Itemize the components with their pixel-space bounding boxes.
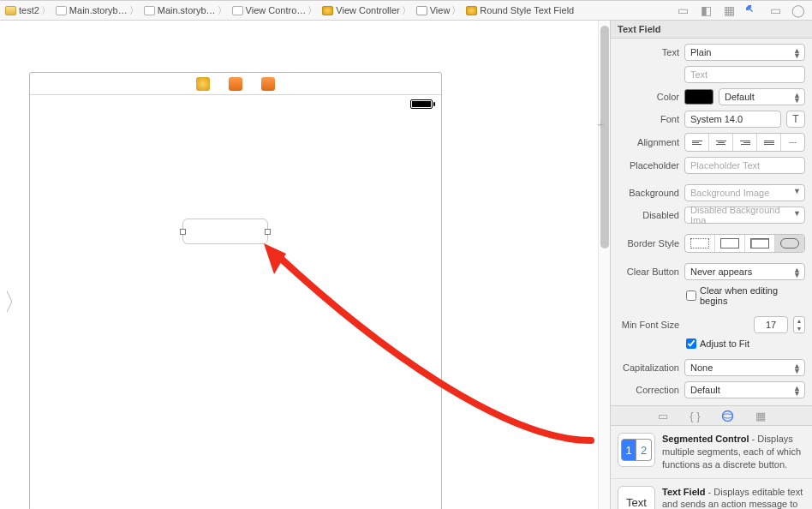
align-right[interactable] bbox=[733, 134, 757, 151]
expand-outline-arrow-icon[interactable]: 〉 bbox=[3, 286, 27, 319]
file-template-library-tab[interactable]: ▭ bbox=[656, 409, 670, 422]
view-controller-scene[interactable] bbox=[29, 72, 442, 509]
align-left[interactable] bbox=[685, 134, 709, 151]
border-rounded[interactable] bbox=[775, 235, 804, 252]
alignment-segmented[interactable]: --- bbox=[684, 133, 805, 152]
resize-handle-left[interactable] bbox=[180, 229, 186, 235]
size-inspector-tab[interactable]: ▭ bbox=[768, 3, 782, 17]
attributes-inspector: Text Field Text Plain▲▼ Text Color Defau… bbox=[610, 21, 812, 509]
clear-when-editing-input[interactable] bbox=[686, 290, 696, 301]
object-library-tab[interactable] bbox=[721, 409, 735, 422]
capitalization-label: Capitalization bbox=[618, 362, 679, 373]
crumb-textfield[interactable]: Round Style Text Field bbox=[464, 5, 576, 15]
svg-point-0 bbox=[723, 410, 733, 421]
library-tab-bar: ▭ { } ▦ bbox=[611, 405, 812, 426]
library-item-desc: Segmented Control - Displays multiple se… bbox=[662, 433, 805, 471]
scrollbar-thumb[interactable] bbox=[600, 26, 609, 249]
border-none[interactable] bbox=[685, 235, 715, 252]
color-select[interactable]: Default▲▼ bbox=[719, 88, 805, 105]
breadcrumb-bar: test2 〉 Main.storyb… 〉 Main.storyb… 〉 Vi… bbox=[0, 0, 812, 21]
file-inspector-tab[interactable]: ▭ bbox=[676, 3, 690, 17]
interface-builder-canvas[interactable]: 〉 bbox=[0, 21, 610, 509]
storyboard-icon bbox=[56, 6, 67, 15]
text-label: Text bbox=[618, 47, 679, 57]
connections-inspector-tab[interactable]: ◯ bbox=[791, 3, 805, 17]
clear-button-select[interactable]: Never appears▲▼ bbox=[684, 263, 805, 280]
clear-when-editing-label: Clear when editing begins bbox=[700, 285, 805, 306]
disabled-label: Disabled bbox=[618, 210, 679, 220]
folder-icon bbox=[5, 6, 16, 15]
crumb-viewcontroller[interactable]: View Controller 〉 bbox=[320, 4, 414, 17]
canvas-scrollbar[interactable] bbox=[598, 21, 610, 509]
border-style-segmented[interactable] bbox=[684, 234, 805, 253]
min-font-size-stepper[interactable]: ▲▼ bbox=[793, 316, 805, 333]
alignment-label: Alignment bbox=[618, 137, 679, 147]
library-item-desc: Text Field - Displays editable text and … bbox=[662, 486, 805, 509]
placeholder-label: Placeholder bbox=[618, 160, 679, 171]
library-item-textfield[interactable]: Text Text Field - Displays editable text… bbox=[611, 479, 812, 509]
crumb-scene[interactable]: View Contro… 〉 bbox=[230, 4, 321, 17]
view-icon bbox=[416, 6, 427, 15]
object-library[interactable]: 12 Segmented Control - Displays multiple… bbox=[611, 426, 812, 509]
borderstyle-label: Border Style bbox=[618, 238, 679, 249]
storyboard-icon bbox=[144, 6, 155, 15]
min-font-size-input[interactable]: 17 bbox=[754, 316, 788, 333]
status-bar bbox=[30, 95, 441, 112]
attributes-inspector-tab[interactable] bbox=[745, 3, 759, 17]
crumb-project[interactable]: test2 〉 bbox=[3, 4, 54, 17]
font-input[interactable]: System 14.0 bbox=[684, 111, 781, 128]
text-mode-select[interactable]: Plain▲▼ bbox=[684, 44, 805, 61]
quickhelp-inspector-tab[interactable]: ◧ bbox=[699, 3, 713, 17]
crumb-label: View Controller bbox=[336, 5, 399, 15]
crumb-label: Main.storyb… bbox=[69, 5, 128, 15]
font-label: Font bbox=[618, 114, 679, 124]
crumb-label: View bbox=[430, 5, 451, 15]
border-bezel[interactable] bbox=[745, 235, 775, 252]
crumb-storyboard-1[interactable]: Main.storyb… 〉 bbox=[54, 4, 142, 17]
svg-point-1 bbox=[723, 414, 733, 418]
disabled-background-select[interactable]: Disabled Background Ima▼ bbox=[684, 207, 805, 224]
first-responder-icon[interactable] bbox=[229, 77, 242, 91]
align-center[interactable] bbox=[709, 134, 733, 151]
adjust-to-fit-label: Adjust to Fit bbox=[700, 338, 749, 349]
crumb-label: View Contro… bbox=[246, 5, 307, 15]
font-picker-button[interactable]: T bbox=[786, 111, 805, 128]
code-snippet-library-tab[interactable]: { } bbox=[689, 409, 702, 422]
crumb-storyboard-2[interactable]: Main.storyb… 〉 bbox=[142, 4, 230, 17]
adjust-to-fit-checkbox[interactable]: Adjust to Fit bbox=[686, 338, 805, 349]
selected-text-field[interactable] bbox=[182, 219, 268, 244]
viewcontroller-icon bbox=[322, 6, 333, 15]
align-justify[interactable] bbox=[757, 134, 781, 151]
library-item-segmented[interactable]: 12 Segmented Control - Displays multiple… bbox=[611, 426, 812, 479]
inspector-tab-bar: ▭ ◧ ▦ ▭ ◯ bbox=[676, 3, 805, 17]
background-select[interactable]: Background Image▼ bbox=[684, 184, 805, 201]
border-line[interactable] bbox=[715, 235, 745, 252]
minfont-label: Min Font Size bbox=[618, 320, 679, 330]
adjust-to-fit-input[interactable] bbox=[686, 338, 696, 349]
add-constraint-gutter-icon[interactable]: ＋ bbox=[594, 117, 607, 133]
background-label: Background bbox=[618, 188, 679, 198]
crumb-view[interactable]: View 〉 bbox=[415, 4, 465, 17]
color-swatch[interactable] bbox=[684, 89, 713, 105]
color-label: Color bbox=[618, 92, 679, 102]
scene-icon bbox=[232, 6, 243, 15]
media-library-tab[interactable]: ▦ bbox=[754, 409, 767, 422]
resize-handle-right[interactable] bbox=[265, 229, 271, 235]
placeholder-input[interactable]: Placeholder Text bbox=[684, 157, 805, 174]
align-natural[interactable]: --- bbox=[781, 134, 804, 151]
clear-when-editing-checkbox[interactable]: Clear when editing begins bbox=[686, 285, 805, 306]
viewcontroller-object-icon[interactable] bbox=[196, 77, 210, 91]
scene-dock bbox=[30, 73, 441, 95]
text-value-input[interactable]: Text bbox=[684, 66, 805, 83]
crumb-label: test2 bbox=[19, 5, 39, 15]
exit-icon[interactable] bbox=[261, 77, 275, 91]
crumb-label: Main.storyb… bbox=[158, 5, 216, 15]
correction-select[interactable]: Default▲▼ bbox=[684, 381, 805, 398]
identity-inspector-tab[interactable]: ▦ bbox=[722, 3, 736, 17]
clearbutton-label: Clear Button bbox=[618, 266, 679, 277]
segmented-control-thumb: 12 bbox=[618, 433, 655, 467]
correction-label: Correction bbox=[618, 385, 679, 395]
capitalization-select[interactable]: None▲▼ bbox=[684, 359, 805, 376]
textfield-icon bbox=[466, 6, 477, 15]
crumb-label: Round Style Text Field bbox=[480, 5, 574, 15]
